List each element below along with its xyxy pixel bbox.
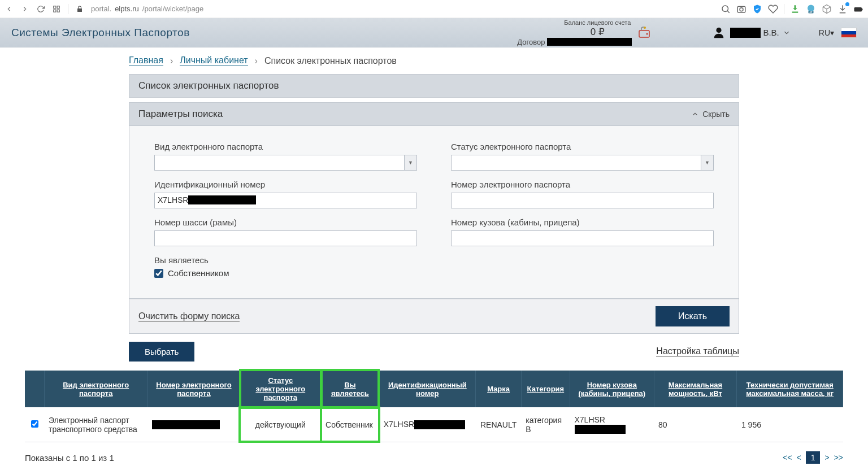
site-header: Системы Электронных Паспортов Баланс лиц… [0, 18, 868, 47]
page-next[interactable]: > [824, 453, 829, 462]
hide-toggle[interactable]: Скрыть [691, 110, 730, 119]
cell-status: действующий [240, 407, 321, 442]
download-arrow-icon[interactable] [790, 4, 800, 14]
svg-point-15 [646, 33, 648, 34]
th-mass[interactable]: Технически допустимая максимальная масса… [746, 381, 834, 398]
svg-rect-1 [57, 6, 59, 8]
user-name-redacted [730, 28, 761, 38]
page-last[interactable]: >> [834, 453, 843, 462]
breadcrumb-cabinet[interactable]: Личный кабинет [180, 55, 248, 66]
language-selector[interactable]: RU▾ [819, 28, 857, 38]
adblock-icon[interactable]: off [806, 4, 816, 14]
number-redacted [152, 420, 220, 429]
th-body[interactable]: Номер кузова (кабины, прицепа) [578, 381, 645, 398]
back-icon[interactable] [5, 5, 14, 14]
url-bar[interactable]: portal.elpts.ru/portal/wicket/page [91, 5, 203, 13]
reload-icon[interactable] [36, 5, 45, 14]
heart-icon[interactable] [768, 4, 778, 14]
svg-rect-2 [54, 10, 56, 12]
avatar-icon [711, 27, 727, 39]
cell-category: категория B [521, 407, 570, 442]
cell-body: X7LHSR [570, 407, 654, 442]
svg-rect-0 [54, 6, 56, 8]
body-label: Номер кузова (кабины, прицепа) [451, 217, 714, 227]
forward-icon[interactable] [20, 5, 29, 14]
page-prev[interactable]: < [796, 453, 801, 462]
th-category[interactable]: Категория [527, 385, 565, 393]
lang-text: RU▾ [819, 28, 834, 37]
user-block[interactable]: В.В. [711, 27, 790, 39]
list-panel-header: Список электронных паспортов [129, 74, 739, 98]
svg-point-17 [717, 27, 722, 32]
select-button[interactable]: Выбрать [129, 342, 194, 362]
status-select[interactable] [451, 155, 714, 171]
th-checkbox [25, 371, 44, 407]
site-title: Системы Электронных Паспортов [11, 27, 190, 39]
cell-power: 80 [654, 407, 737, 442]
svg-rect-12 [854, 7, 862, 12]
table-row[interactable]: Электронный паспорт транспортного средст… [25, 407, 843, 442]
chevron-down-icon[interactable]: ▼ [404, 155, 416, 170]
apps-icon[interactable] [52, 5, 61, 14]
svg-rect-3 [57, 10, 59, 12]
row-checkbox[interactable] [31, 420, 38, 428]
th-you-are[interactable]: Вы являетесь [331, 381, 369, 398]
search-panel-title: Параметры поиска [138, 108, 223, 120]
contract-number-redacted [547, 38, 632, 46]
search-button[interactable]: Искать [656, 306, 730, 326]
user-suffix: В.В. [763, 28, 779, 37]
cell-you-are: Собственник [321, 407, 379, 442]
page-first[interactable]: << [783, 453, 792, 462]
url-domain: elpts.ru [115, 5, 139, 13]
action-row: Выбрать Настройка таблицы [0, 334, 868, 367]
search-panel-header: Параметры поиска Скрыть [129, 102, 739, 126]
cell-mass: 1 956 [737, 407, 843, 442]
battery-icon[interactable] [853, 4, 863, 14]
table-settings-link[interactable]: Настройка таблицы [656, 346, 739, 357]
id-label: Идентификационный номер [154, 180, 417, 189]
camera-icon[interactable] [736, 4, 747, 14]
results-table: Вид электронного паспорта Номер электрон… [25, 371, 843, 442]
cube-icon[interactable] [822, 4, 832, 14]
id-input[interactable] [154, 193, 417, 208]
th-number[interactable]: Номер электронного паспорта [156, 381, 231, 398]
clear-form-link[interactable]: Очистить форму поиска [138, 311, 240, 322]
cell-id: X7LHSR [379, 407, 476, 442]
th-type[interactable]: Вид электронного паспорта [63, 381, 129, 398]
chassis-input[interactable] [154, 230, 417, 246]
balance-box: Баланс лицевого счета 0 ₽ [564, 19, 631, 38]
shield-check-icon[interactable] [752, 4, 762, 14]
number-input[interactable] [451, 193, 714, 208]
cell-brand: RENAULT [476, 407, 521, 442]
pagination-row: Показаны с 1 по 1 из 1 << < 1 > >> [0, 442, 868, 466]
form-footer: Очистить форму поиска Искать [129, 299, 739, 334]
breadcrumb-sep: › [170, 56, 173, 66]
breadcrumb-home[interactable]: Главная [129, 55, 163, 66]
th-id[interactable]: Идентификационный номер [388, 381, 467, 398]
url-path: /portal/wicket/page [142, 5, 203, 13]
balance-label: Баланс лицевого счета [564, 19, 631, 26]
owner-checkbox[interactable] [154, 269, 163, 278]
chevron-down-icon[interactable]: ▼ [701, 155, 713, 170]
search-form: Вид электронного паспорта ▼ Статус элект… [129, 126, 739, 299]
search-icon[interactable] [721, 4, 731, 14]
you-are-label: Вы являетесь [154, 255, 417, 265]
svg-text:off: off [810, 10, 813, 13]
th-power[interactable]: Максимальная мощность, кВт [669, 381, 722, 398]
breadcrumb-current: Список электронных паспортов [264, 56, 397, 66]
lock-icon [75, 5, 84, 14]
th-brand[interactable]: Марка [487, 385, 510, 393]
th-status[interactable]: Статус электронного паспорта [255, 376, 305, 402]
pagination: << < 1 > >> [783, 451, 843, 464]
owner-checkbox-label: Собственником [168, 268, 229, 278]
caret-down-icon [783, 29, 791, 37]
svg-line-5 [727, 11, 729, 12]
type-select[interactable] [154, 155, 417, 171]
wallet-icon[interactable] [637, 26, 651, 40]
cell-number [147, 407, 240, 442]
cell-type: Электронный паспорт транспортного средст… [44, 407, 147, 442]
extension-icons: off [721, 4, 863, 14]
body-input[interactable] [451, 230, 714, 246]
svg-point-4 [722, 6, 728, 12]
status-label: Статус электронного паспорта [451, 142, 714, 151]
